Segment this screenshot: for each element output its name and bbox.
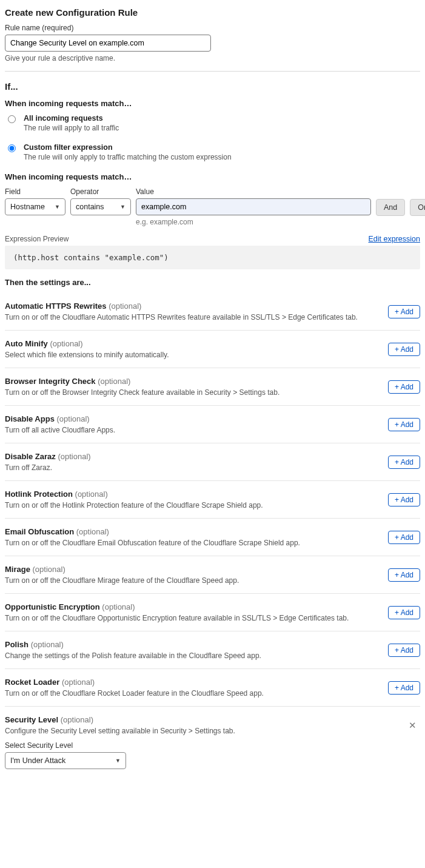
- optional-tag: (optional): [56, 452, 91, 461]
- setting-row: Rocket Loader (optional)Turn on or off t…: [5, 669, 420, 707]
- optional-tag: (optional): [28, 640, 64, 649]
- field-col-label: Field: [5, 187, 65, 196]
- expression-preview: (http.host contains "example.com"): [5, 246, 420, 269]
- setting-desc: Turn on or off the Cloudflare Email Obfu…: [5, 539, 381, 547]
- rule-name-label: Rule name (required): [5, 24, 420, 32]
- value-col-label: Value: [136, 187, 371, 196]
- rule-name-input[interactable]: [5, 35, 211, 52]
- close-icon[interactable]: ✕: [405, 718, 420, 733]
- add-button[interactable]: + Add: [388, 531, 420, 544]
- setting-title: Mirage (optional): [5, 565, 381, 574]
- setting-row: Browser Integrity Check (optional)Turn o…: [5, 368, 420, 406]
- optional-tag: (optional): [58, 715, 93, 724]
- optional-tag: (optional): [59, 678, 95, 687]
- if-heading: If...: [5, 81, 420, 92]
- radio-all-sub: The rule will apply to all traffic: [24, 124, 119, 132]
- add-button[interactable]: + Add: [388, 418, 420, 431]
- setting-title: Auto Minify (optional): [5, 339, 381, 348]
- setting-row: Disable Apps (optional)Turn off all acti…: [5, 406, 420, 443]
- add-button[interactable]: + Add: [388, 681, 420, 695]
- chevron-down-icon: ▼: [120, 204, 125, 210]
- setting-desc: Configure the Security Level setting ava…: [5, 727, 398, 735]
- add-button[interactable]: + Add: [388, 380, 420, 394]
- setting-title: Security Level (optional): [5, 715, 398, 724]
- operator-select-value: contains: [76, 203, 104, 211]
- setting-desc: Turn on or off the Hotlink Protection fe…: [5, 501, 381, 510]
- setting-title: Rocket Loader (optional): [5, 678, 381, 687]
- setting-row: Auto Minify (optional)Select which file …: [5, 331, 420, 368]
- setting-row: Automatic HTTPS Rewrites (optional)Turn …: [5, 293, 420, 331]
- match-heading: When incoming requests match…: [5, 99, 420, 108]
- setting-title: Polish (optional): [5, 640, 381, 649]
- and-button[interactable]: And: [376, 199, 405, 216]
- radio-all-label: All incoming requests: [24, 114, 119, 123]
- setting-title: Browser Integrity Check (optional): [5, 377, 381, 386]
- edit-expression-link[interactable]: Edit expression: [369, 235, 420, 243]
- security-level-select[interactable]: I'm Under Attack▼: [5, 752, 126, 769]
- optional-tag: (optional): [100, 602, 135, 611]
- operator-select[interactable]: contains ▼: [70, 198, 131, 215]
- setting-desc: Select which file extensions to minify a…: [5, 351, 381, 359]
- add-button[interactable]: + Add: [388, 343, 420, 356]
- setting-title: Disable Apps (optional): [5, 414, 381, 423]
- setting-row: Polish (optional)Change the settings of …: [5, 631, 420, 669]
- add-button[interactable]: + Add: [388, 493, 420, 506]
- setting-desc: Turn on or off the Browser Integrity Che…: [5, 388, 381, 397]
- security-level-select-label: Select Security Level: [5, 741, 398, 750]
- setting-desc: Turn off Zaraz.: [5, 463, 381, 472]
- add-button[interactable]: + Add: [388, 644, 420, 657]
- setting-row: Security Level (optional)Configure the S…: [5, 707, 420, 778]
- setting-desc: Turn on or off the Cloudflare Mirage fea…: [5, 576, 381, 585]
- setting-row: Email Obfuscation (optional)Turn on or o…: [5, 519, 420, 556]
- field-select-value: Hostname: [10, 203, 45, 211]
- optional-tag: (optional): [74, 527, 109, 536]
- operator-col-label: Operator: [70, 187, 131, 196]
- add-button[interactable]: + Add: [388, 305, 420, 318]
- chevron-down-icon: ▼: [115, 758, 121, 764]
- expression-preview-label: Expression Preview: [5, 235, 69, 243]
- page-title: Create new Configuration Rule: [5, 7, 420, 18]
- optional-tag: (optional): [107, 301, 142, 311]
- setting-title: Email Obfuscation (optional): [5, 527, 381, 536]
- rule-name-helper: Give your rule a descriptive name.: [5, 54, 420, 62]
- setting-desc: Turn off all active Cloudflare Apps.: [5, 426, 381, 434]
- setting-title: Disable Zaraz (optional): [5, 452, 381, 461]
- value-helper: e.g. example.com: [136, 218, 371, 226]
- security-level-value: I'm Under Attack: [10, 756, 65, 765]
- optional-tag: (optional): [55, 414, 90, 423]
- then-heading: Then the settings are...: [5, 278, 420, 287]
- setting-title: Opportunistic Encryption (optional): [5, 602, 381, 611]
- optional-tag: (optional): [96, 377, 131, 386]
- setting-row: Mirage (optional)Turn on or off the Clou…: [5, 556, 420, 594]
- chevron-down-icon: ▼: [55, 204, 60, 210]
- value-input[interactable]: [136, 198, 371, 215]
- setting-title: Automatic HTTPS Rewrites (optional): [5, 301, 381, 311]
- add-button[interactable]: + Add: [388, 456, 420, 469]
- optional-tag: (optional): [73, 490, 108, 499]
- add-button[interactable]: + Add: [388, 606, 420, 619]
- divider: [5, 71, 420, 72]
- match-heading-2: When incoming requests match…: [5, 172, 420, 181]
- or-button[interactable]: Or: [410, 199, 425, 216]
- setting-desc: Turn on or off the Cloudflare Rocket Loa…: [5, 689, 381, 698]
- setting-row: Opportunistic Encryption (optional)Turn …: [5, 594, 420, 631]
- setting-desc: Change the settings of the Polish featur…: [5, 651, 381, 660]
- setting-title: Hotlink Protection (optional): [5, 490, 381, 499]
- setting-row: Disable Zaraz (optional)Turn off Zaraz.+…: [5, 443, 420, 481]
- optional-tag: (optional): [30, 565, 65, 574]
- optional-tag: (optional): [48, 339, 83, 348]
- radio-custom-label: Custom filter expression: [24, 143, 232, 152]
- setting-desc: Turn on or off the Cloudflare Opportunis…: [5, 614, 381, 622]
- radio-all-requests[interactable]: [8, 115, 16, 123]
- radio-custom-sub: The rule will only apply to traffic matc…: [24, 153, 232, 161]
- setting-desc: Turn on or off the Cloudflare Automatic …: [5, 313, 381, 321]
- setting-row: Hotlink Protection (optional)Turn on or …: [5, 481, 420, 519]
- add-button[interactable]: + Add: [388, 568, 420, 582]
- field-select[interactable]: Hostname ▼: [5, 198, 65, 215]
- radio-custom-filter[interactable]: [8, 144, 16, 152]
